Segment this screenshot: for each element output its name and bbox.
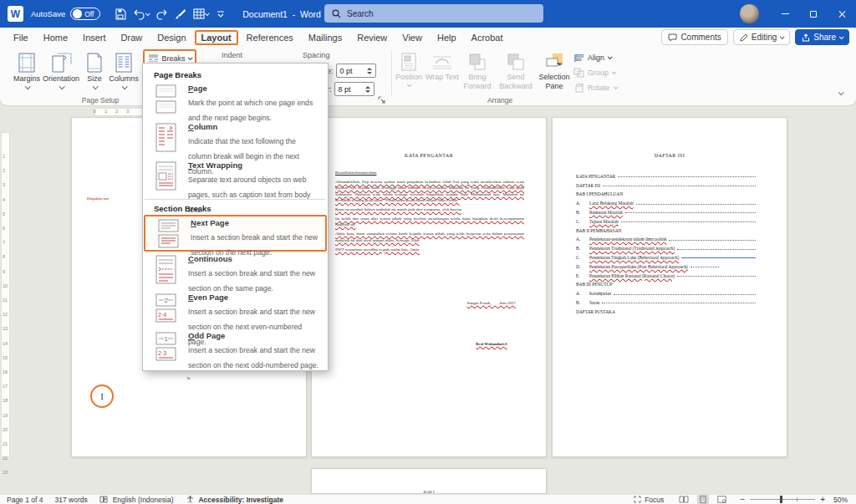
redo-button[interactable] bbox=[153, 5, 171, 23]
breaks-icon bbox=[148, 53, 159, 64]
zoom-slider-handle[interactable] bbox=[780, 496, 782, 503]
zoom-level[interactable]: 50% bbox=[833, 496, 848, 504]
zoom-in-button[interactable]: + bbox=[820, 495, 825, 504]
word-window: W AutoSave Off bbox=[0, 0, 856, 504]
minimize-button[interactable] bbox=[771, 0, 799, 28]
read-mode-button[interactable] bbox=[679, 496, 689, 503]
tab-file[interactable]: File bbox=[7, 30, 35, 45]
even-page-break-icon: 22·4 bbox=[153, 293, 180, 327]
toc-row: BAB II PEMBAHASAN bbox=[576, 224, 758, 233]
tab-references[interactable]: References bbox=[240, 30, 300, 45]
toc-row: B.Saran bbox=[576, 296, 758, 305]
text-wrapping-icon bbox=[153, 161, 180, 195]
editing-chevron bbox=[780, 34, 785, 39]
document-page-3[interactable]: DAFTAR ISI KATA PENGANTAR DAFTAR ISI BAB… bbox=[552, 117, 787, 457]
menu-item-even-page[interactable]: 22·4 Even PageInsert a section break and… bbox=[143, 290, 328, 328]
ribbon: File Home Insert Draw Design Layout Refe… bbox=[0, 28, 856, 106]
tab-view[interactable]: View bbox=[395, 30, 429, 45]
tab-layout[interactable]: Layout bbox=[195, 30, 238, 45]
position-icon bbox=[401, 49, 416, 71]
save-button[interactable] bbox=[112, 5, 129, 23]
group-button: Group bbox=[573, 66, 615, 79]
maximize-button[interactable] bbox=[799, 0, 828, 28]
autosave-label: AutoSave bbox=[31, 9, 65, 18]
accessibility-status[interactable]: Accessibility: Investigate bbox=[198, 496, 283, 504]
undo-dropdown-chevron[interactable] bbox=[145, 11, 150, 16]
web-layout-button[interactable] bbox=[717, 496, 726, 503]
close-button[interactable] bbox=[828, 0, 856, 28]
indent-marker-icon[interactable]: ⧖ bbox=[93, 109, 99, 115]
account-avatar[interactable] bbox=[740, 4, 759, 23]
spacing-after-up[interactable] bbox=[365, 86, 370, 89]
toc-row: E.Pendekatan Pilihan Rasional (Rasional … bbox=[576, 269, 758, 278]
zoom-out-button[interactable]: − bbox=[740, 495, 745, 504]
arrange-group-label: Arrange bbox=[458, 96, 542, 104]
tab-design[interactable]: Design bbox=[150, 30, 192, 45]
document-page-2[interactable]: KATA PENGANTAR Bismillahirohmanirohim Al… bbox=[311, 117, 547, 457]
align-button[interactable]: Align bbox=[573, 51, 611, 64]
language-status[interactable]: English (Indonesia) bbox=[113, 496, 174, 504]
tab-mailings[interactable]: Mailings bbox=[302, 30, 349, 45]
word-count-status[interactable]: 317 words bbox=[54, 496, 87, 504]
share-button[interactable]: Share bbox=[795, 29, 849, 45]
spacing-before-up[interactable] bbox=[367, 68, 372, 70]
autosave-toggle[interactable]: Off bbox=[70, 8, 100, 20]
accessibility-icon[interactable] bbox=[186, 496, 194, 503]
proofing-errors-icon[interactable] bbox=[99, 496, 108, 503]
svg-text:1: 1 bbox=[165, 335, 169, 343]
status-bar: Page 1 of 4 317 words English (Indonesia… bbox=[0, 494, 856, 504]
menu-item-column[interactable]: ColumnIndicate that the text following t… bbox=[143, 120, 328, 158]
columns-button[interactable]: Columns bbox=[107, 49, 140, 98]
paragraph: Akhir kata, kami sampaikan terima kasih … bbox=[335, 231, 524, 243]
comments-button[interactable]: Comments bbox=[661, 29, 727, 45]
tab-review[interactable]: Review bbox=[350, 30, 394, 45]
size-icon bbox=[86, 49, 103, 73]
tab-draw[interactable]: Draw bbox=[115, 30, 150, 45]
page-number-status[interactable]: Page 1 of 4 bbox=[7, 496, 43, 504]
search-box[interactable]: Search bbox=[324, 4, 543, 23]
spacing-before-down[interactable] bbox=[367, 72, 372, 74]
menu-item-continuous[interactable]: ContinuousInsert a section break and sta… bbox=[143, 252, 328, 290]
paragraph: SWT senantiasa meridhai segala usaha kit… bbox=[335, 247, 524, 252]
paragraph-dialog-launcher[interactable] bbox=[378, 96, 386, 104]
toc-row: DAFTAR ISI bbox=[576, 179, 758, 188]
table-button[interactable] bbox=[191, 5, 211, 23]
editing-mode-button[interactable]: Editing bbox=[733, 29, 791, 45]
toc-row: DAFTAR PUSTAKA bbox=[576, 305, 758, 314]
table-dropdown-chevron[interactable] bbox=[205, 11, 210, 16]
rotate-button: Rotate bbox=[573, 81, 617, 94]
continuous-break-icon bbox=[153, 255, 180, 288]
document-page-4-partial[interactable]: BAB I bbox=[311, 468, 547, 494]
size-button[interactable]: Size bbox=[80, 49, 109, 98]
menu-item-odd-page[interactable]: 12·3 Odd PageInsert a section break and … bbox=[143, 328, 328, 367]
vertical-ruler[interactable]: 1234567891011121314151617181920212223 bbox=[0, 107, 11, 493]
tab-acrobat[interactable]: Acrobat bbox=[465, 30, 510, 45]
selection-pane-button[interactable]: Selection Pane bbox=[535, 49, 573, 98]
menu-item-text-wrapping[interactable]: Text WrappingSeparate text around object… bbox=[143, 158, 328, 196]
tab-insert[interactable]: Insert bbox=[76, 30, 113, 45]
spacing-after-input[interactable]: 8 pt bbox=[334, 82, 374, 96]
tab-home[interactable]: Home bbox=[37, 30, 74, 45]
focus-button[interactable]: Focus bbox=[645, 496, 664, 504]
undo-button[interactable] bbox=[130, 5, 151, 23]
wrap-text-button: Wrap Text bbox=[423, 49, 461, 98]
spacing-after-down[interactable] bbox=[365, 90, 370, 93]
tab-help[interactable]: Help bbox=[431, 30, 463, 45]
format-painter-button[interactable] bbox=[172, 5, 189, 23]
menu-item-next-page[interactable]: Next PageInsert a section break and star… bbox=[144, 215, 327, 252]
customize-qat-button[interactable] bbox=[212, 5, 229, 23]
click-annotation-ring: I bbox=[90, 384, 114, 408]
collapse-ribbon-chevron[interactable] bbox=[838, 89, 844, 95]
toc-row: BAB I PENDAHULUAN bbox=[576, 188, 758, 197]
bring-forward-button: Bring Forward bbox=[458, 49, 497, 98]
zoom-slider[interactable] bbox=[750, 499, 815, 500]
search-placeholder: Search bbox=[347, 9, 374, 18]
menu-item-page[interactable]: PageMark the point at which one page end… bbox=[143, 81, 328, 120]
spacing-before-input[interactable]: 0 pt bbox=[336, 64, 376, 78]
search-icon bbox=[332, 9, 341, 18]
print-layout-button[interactable] bbox=[697, 495, 709, 504]
word-app-icon[interactable]: W bbox=[8, 6, 23, 22]
margins-button[interactable]: Margins bbox=[10, 49, 43, 98]
orientation-button[interactable]: Orientation bbox=[42, 49, 80, 98]
toc-row: C.Tujuan Masalah bbox=[576, 215, 758, 224]
